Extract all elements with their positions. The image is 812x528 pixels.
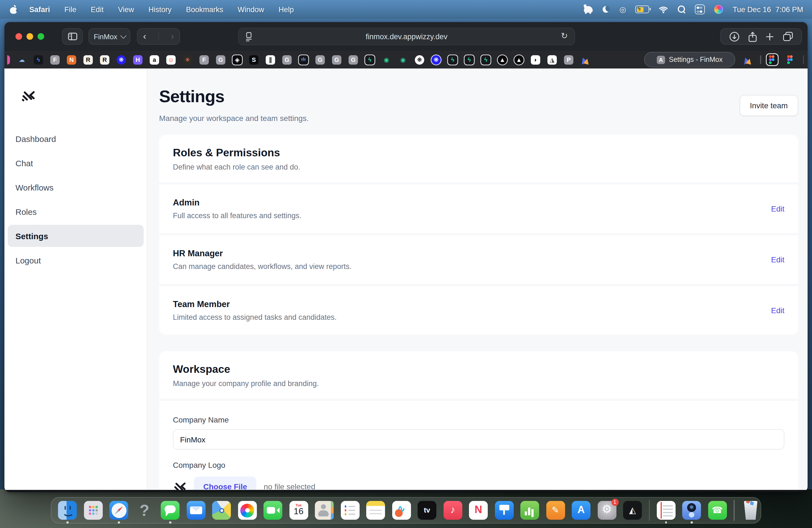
menu-safari[interactable]: Safari	[22, 5, 57, 14]
bookmark-favicon-reddit[interactable]: ☺	[166, 55, 176, 64]
menu-help[interactable]: Help	[271, 5, 301, 14]
choose-file-button[interactable]: Choose File	[194, 476, 257, 490]
bookmark-favicon-openai-knot-blue[interactable]: ❋	[431, 55, 441, 64]
active-tab[interactable]: A Settings - FinMox	[644, 52, 735, 68]
bookmark-favicon-openai-knot[interactable]: ❋	[415, 55, 424, 64]
battery-icon[interactable]: ϟ	[636, 5, 649, 13]
dock-item-maps[interactable]	[212, 501, 231, 520]
control-center-icon[interactable]	[695, 4, 705, 14]
invite-team-button[interactable]: Invite team	[739, 95, 798, 116]
magic-wand-bookmark-icon[interactable]	[581, 55, 591, 64]
siri-icon[interactable]	[714, 5, 723, 14]
bookmark-favicon-triangle-circle[interactable]: ▲	[514, 55, 524, 64]
dock-item-pages[interactable]	[546, 501, 565, 520]
figma-extension-icon[interactable]	[785, 54, 796, 65]
bookmark-favicon-bolt-green[interactable]: ϟ	[465, 55, 474, 64]
dock-item-keynote[interactable]	[495, 501, 513, 520]
forward-button[interactable]: ›	[171, 31, 174, 42]
new-tab-icon[interactable]	[765, 32, 775, 41]
bookmark-favicon-letter-r[interactable]: R	[83, 55, 93, 64]
bookmark-favicon-letter-r[interactable]: R	[100, 55, 110, 64]
menu-bar-clock[interactable]: Tue Dec 16 7:06 PM	[733, 5, 803, 14]
dock-item-finder[interactable]	[58, 501, 77, 520]
bookmark-favicon-bolt-green[interactable]: ϟ	[448, 55, 458, 64]
bookmark-favicon-amazon[interactable]: a	[150, 55, 159, 64]
tab-overview-icon[interactable]	[783, 31, 793, 41]
bookmark-favicon-letter-h[interactable]: H	[133, 55, 143, 64]
figma-app-extension-icon[interactable]	[766, 54, 778, 65]
screen-mirroring-icon[interactable]: ◎	[619, 5, 626, 13]
dock-item-photos[interactable]	[238, 501, 257, 520]
dock-item-prism[interactable]	[623, 501, 642, 520]
menu-edit[interactable]: Edit	[84, 5, 111, 14]
bookmark-favicon-spiral-green[interactable]: ◉	[382, 55, 391, 64]
bookmark-favicon-equalizer[interactable]: ılı	[299, 55, 308, 64]
bookmark-favicon-bolt-green[interactable]: ϟ	[365, 55, 375, 64]
dock-item-textedit[interactable]	[656, 501, 675, 520]
bookmark-favicon-letter-g[interactable]: G	[216, 55, 226, 64]
back-button[interactable]: ‹	[143, 31, 146, 42]
bookmark-favicon-hubspot[interactable]: ✳	[183, 55, 192, 64]
bookmark-favicon-letter-g[interactable]: G	[282, 55, 292, 64]
menu-window[interactable]: Window	[230, 5, 271, 14]
dock-item-numbers[interactable]	[520, 501, 539, 520]
bookmark-favicon-letter-s[interactable]: S	[249, 55, 259, 64]
sidebar-item-dashboard[interactable]: Dashboard	[8, 128, 144, 150]
share-icon[interactable]	[748, 31, 757, 42]
bookmark-favicon-letter-g[interactable]: G	[332, 55, 342, 64]
dock-item-settings[interactable]: 1	[597, 501, 616, 520]
dock-item-phone[interactable]	[708, 501, 727, 520]
dock-item-messages[interactable]	[161, 501, 179, 520]
dock-item-safari[interactable]	[110, 501, 128, 520]
bookmark-favicon-triangle-circle[interactable]: ▲	[498, 55, 507, 64]
menu-history[interactable]: History	[141, 5, 179, 14]
bookmark-favicon-letter-n[interactable]: N	[67, 55, 76, 64]
menu-bookmarks[interactable]: Bookmarks	[179, 5, 230, 14]
wifi-icon[interactable]	[659, 6, 669, 13]
company-name-input[interactable]	[173, 429, 784, 450]
dock-item-reminders[interactable]	[340, 501, 359, 520]
bookmark-favicon-diamond[interactable]: ◈	[233, 55, 242, 64]
dock-item-appstore[interactable]	[572, 501, 591, 520]
reload-icon[interactable]: ↻	[561, 31, 568, 41]
edit-role-link[interactable]: Edit	[771, 204, 784, 213]
bookmark-favicon-letter-f[interactable]: F	[199, 55, 209, 64]
bookmark-favicon-swoosh[interactable]: ◗	[531, 55, 540, 64]
downloads-icon[interactable]	[729, 31, 740, 42]
bookmark-favicon-cloud[interactable]: ☁	[17, 55, 27, 64]
bookmark-favicon-bolt-green[interactable]: ϟ	[481, 55, 491, 64]
bookmark-favicon-letter-f[interactable]: F	[50, 55, 60, 64]
address-bar[interactable]: finmox.dev.appwizzy.dev ↻	[238, 28, 575, 45]
menubar-app-icon[interactable]	[584, 6, 593, 13]
magic-wand-extension-icon[interactable]	[743, 55, 753, 64]
tab-group-dropdown[interactable]: FinMox	[88, 28, 130, 45]
sidebar-item-logout[interactable]: Logout	[8, 249, 144, 271]
apple-menu-icon[interactable]	[10, 5, 18, 14]
dock-item-launchpad[interactable]	[84, 501, 102, 520]
edit-role-link[interactable]: Edit	[771, 255, 784, 264]
dock-item-help[interactable]	[135, 501, 154, 520]
close-window-button[interactable]	[15, 33, 22, 40]
sidebar-item-workflows[interactable]: Workflows	[8, 176, 144, 198]
dock-item-facetime[interactable]	[263, 501, 282, 520]
dock-item-music[interactable]	[443, 501, 462, 520]
zoom-window-button[interactable]	[38, 33, 44, 40]
sidebar-item-roles[interactable]: Roles	[8, 201, 144, 223]
focus-moon-icon[interactable]	[602, 5, 610, 13]
dock-item-news[interactable]	[469, 501, 488, 520]
sidebar-item-chat[interactable]: Chat	[8, 152, 144, 174]
bookmark-favicon-pink-partial[interactable]	[7, 55, 10, 64]
bookmark-favicon-bolt-blue[interactable]: ϟ	[34, 55, 43, 64]
dock-item-freeform[interactable]	[392, 501, 411, 520]
page-settings-icon[interactable]	[245, 32, 252, 41]
dock-item-mail[interactable]	[186, 501, 205, 520]
bookmark-favicon-letter-g[interactable]: G	[315, 55, 325, 64]
menu-file[interactable]: File	[57, 5, 84, 14]
bookmark-favicon-letter-g[interactable]: G	[349, 55, 358, 64]
dock-item-notes[interactable]	[366, 501, 385, 520]
sidebar-item-settings[interactable]: Settings	[8, 225, 144, 247]
menu-view[interactable]: View	[111, 5, 141, 14]
sidebar-toggle-button[interactable]	[62, 28, 83, 45]
edit-role-link[interactable]: Edit	[771, 306, 784, 315]
spotlight-icon[interactable]	[678, 5, 686, 13]
